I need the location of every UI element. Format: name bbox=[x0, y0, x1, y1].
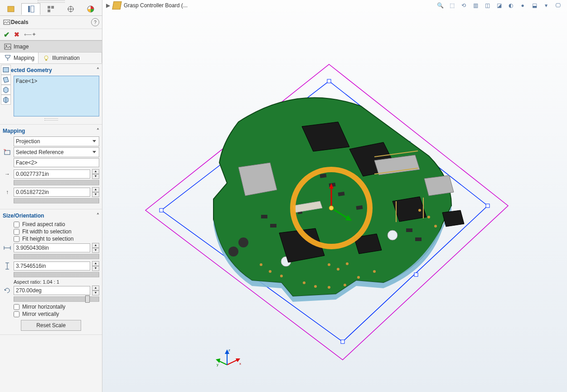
aspect-ratio-text: Aspect ratio: 1.04 : 1 bbox=[14, 279, 99, 285]
svg-point-66 bbox=[328, 286, 330, 289]
collapse-icon[interactable]: ˄ bbox=[97, 213, 99, 219]
mirror-h-checkbox[interactable] bbox=[14, 304, 19, 310]
panel-title: Decals bbox=[11, 19, 91, 25]
width-spinner[interactable]: ▲▼ bbox=[92, 243, 99, 253]
svg-point-74 bbox=[427, 216, 430, 218]
svg-rect-15 bbox=[45, 59, 47, 61]
feature-manager-tab[interactable] bbox=[1, 3, 20, 15]
svg-text:y: y bbox=[217, 363, 218, 367]
orientation-triad[interactable]: x y z bbox=[216, 347, 243, 374]
filter-surface-icon[interactable] bbox=[1, 75, 11, 85]
svg-rect-60 bbox=[228, 247, 238, 256]
mirror-v-label: Mirror vertically bbox=[22, 311, 59, 317]
image-tab[interactable]: Image bbox=[0, 40, 102, 52]
x-offset-input[interactable]: 0.00277371in bbox=[14, 169, 90, 179]
filter-face-icon[interactable] bbox=[1, 65, 11, 75]
selection-listbox[interactable]: Face<1> bbox=[14, 76, 99, 116]
size-orientation-section: Size/Orientation˄ Fixed aspect ratio Fit… bbox=[0, 209, 102, 335]
ok-button[interactable]: ✔ bbox=[4, 30, 10, 39]
illumination-subtab-label: Illumination bbox=[52, 55, 80, 61]
reference-icon bbox=[3, 148, 12, 156]
svg-rect-27 bbox=[327, 79, 331, 83]
view-orientation-icon[interactable]: ◫ bbox=[483, 1, 492, 10]
view-settings-icon[interactable]: ▾ bbox=[542, 1, 551, 10]
display-manager-tab[interactable] bbox=[81, 3, 100, 15]
property-manager-tab[interactable] bbox=[21, 3, 40, 15]
size-title: Size/Orientation bbox=[3, 213, 44, 219]
display-style-icon[interactable]: ◪ bbox=[494, 1, 504, 10]
width-input[interactable]: 3.90504308in bbox=[14, 243, 90, 252]
edit-appearance-icon[interactable]: ● bbox=[518, 1, 527, 10]
section-view-icon[interactable]: ▥ bbox=[471, 1, 480, 10]
svg-point-61 bbox=[260, 263, 262, 266]
y-offset-slider[interactable] bbox=[14, 198, 99, 203]
svg-point-75 bbox=[434, 225, 437, 227]
decals-icon bbox=[3, 18, 11, 26]
svg-point-67 bbox=[344, 284, 346, 286]
breadcrumb-expand-icon[interactable]: ▶ bbox=[106, 2, 110, 9]
selection-item[interactable]: Face<1> bbox=[16, 78, 97, 84]
hide-show-icon[interactable]: ◐ bbox=[506, 1, 515, 10]
reset-scale-button[interactable]: Reset Scale bbox=[21, 320, 81, 331]
fit-height-label: Fit height to selection bbox=[22, 236, 73, 242]
image-tab-label: Image bbox=[14, 44, 29, 50]
collapse-icon[interactable]: ˄ bbox=[97, 128, 99, 134]
apply-scene-icon[interactable]: ⬓ bbox=[530, 1, 539, 10]
svg-point-69 bbox=[373, 270, 376, 273]
width-slider[interactable] bbox=[14, 254, 99, 259]
rotation-slider[interactable] bbox=[14, 296, 99, 302]
fixed-aspect-checkbox[interactable] bbox=[14, 222, 19, 227]
height-slider[interactable] bbox=[14, 272, 99, 277]
cancel-button[interactable]: ✖ bbox=[14, 31, 19, 38]
svg-point-12 bbox=[6, 45, 7, 46]
svg-rect-55 bbox=[261, 215, 267, 218]
filter-body-icon[interactable] bbox=[1, 85, 11, 95]
height-input[interactable]: 3.7546516in bbox=[14, 261, 90, 271]
mapping-subtab-label: Mapping bbox=[14, 55, 34, 61]
reference-value: Face<2> bbox=[16, 160, 37, 166]
y-offset-spinner[interactable]: ▲▼ bbox=[92, 187, 99, 197]
reference-label: Selected Reference bbox=[16, 149, 63, 155]
zoom-area-icon[interactable]: ⬚ bbox=[447, 1, 456, 10]
reference-value-field[interactable]: Face<2> bbox=[14, 158, 99, 167]
selected-geometry-section: Selected Geometry˄ Face<1> bbox=[0, 64, 102, 125]
collapse-icon[interactable]: ˄ bbox=[97, 67, 99, 73]
x-offset-spinner[interactable]: ▲▼ bbox=[92, 169, 99, 179]
pin-button[interactable]: ⟵✦ bbox=[24, 31, 36, 38]
svg-point-70 bbox=[328, 263, 330, 266]
breadcrumb-part-name[interactable]: Grasp Controller Board (... bbox=[124, 2, 188, 9]
svg-marker-42 bbox=[442, 210, 464, 227]
rotation-icon bbox=[3, 286, 12, 295]
x-offset-slider[interactable] bbox=[14, 180, 99, 185]
svg-rect-4 bbox=[51, 6, 54, 9]
configuration-manager-tab[interactable] bbox=[41, 3, 60, 15]
mirror-v-checkbox[interactable] bbox=[14, 311, 19, 317]
reference-dropdown[interactable]: Selected Reference bbox=[14, 147, 99, 157]
help-button[interactable]: ? bbox=[91, 18, 99, 26]
rotation-spinner[interactable]: ▲▼ bbox=[92, 286, 99, 295]
fit-width-checkbox[interactable] bbox=[14, 229, 19, 235]
zoom-to-fit-icon[interactable]: 🔍 bbox=[436, 1, 445, 10]
svg-point-64 bbox=[303, 281, 305, 284]
graphics-viewport[interactable]: ▶ Grasp Controller Board (... 🔍 ⬚ ⟲ ▥ ◫ … bbox=[102, 0, 567, 392]
y-offset-input[interactable]: 0.05182722in bbox=[14, 188, 90, 197]
previous-view-icon[interactable]: ⟲ bbox=[459, 1, 468, 10]
svg-rect-3 bbox=[48, 6, 50, 9]
mapping-section: Mapping˄ Projection Selected Reference F… bbox=[0, 125, 102, 209]
arrow-up-icon: ↑ bbox=[3, 189, 12, 195]
screen-icon[interactable]: 🖵 bbox=[553, 1, 562, 10]
mapping-subtab[interactable]: Mapping bbox=[0, 53, 39, 63]
dimxpert-manager-tab[interactable] bbox=[61, 3, 80, 15]
illumination-subtab[interactable]: Illumination bbox=[39, 53, 102, 63]
fit-height-checkbox[interactable] bbox=[14, 236, 19, 242]
height-spinner[interactable]: ▲▼ bbox=[92, 261, 99, 271]
fixed-aspect-label: Fixed aspect ratio bbox=[22, 221, 65, 227]
pcb-model[interactable] bbox=[213, 97, 464, 302]
filter-component-icon[interactable] bbox=[1, 95, 11, 105]
mapping-type-dropdown[interactable]: Projection bbox=[14, 136, 99, 146]
rotation-input[interactable]: 270.00deg bbox=[14, 286, 90, 295]
svg-point-62 bbox=[269, 270, 271, 273]
svg-rect-16 bbox=[3, 68, 9, 72]
model-canvas[interactable] bbox=[102, 11, 567, 392]
panel-header: Decals ? bbox=[0, 16, 102, 29]
